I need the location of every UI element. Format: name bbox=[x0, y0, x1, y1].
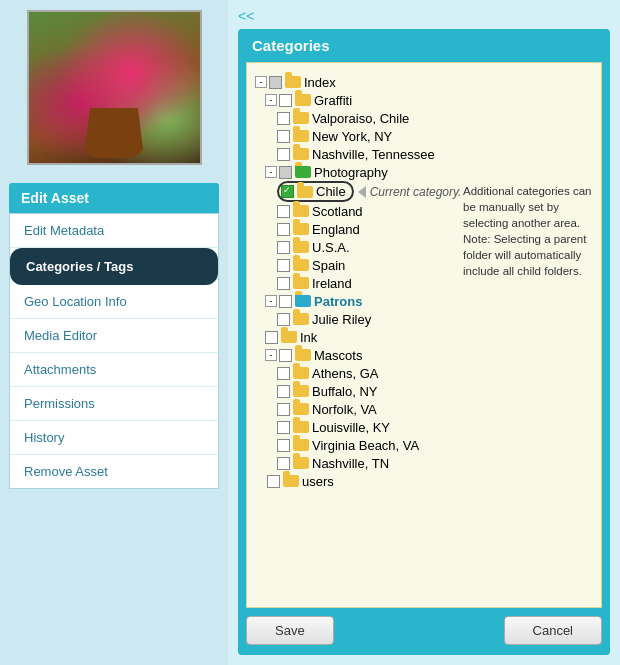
expand-icon-index[interactable]: - bbox=[255, 76, 267, 88]
photo-thumbnail bbox=[27, 10, 202, 165]
tree-row-louisville[interactable]: Louisville, KY bbox=[277, 418, 593, 436]
checkbox-nashville1[interactable] bbox=[277, 148, 290, 161]
category-tree[interactable]: Additional categories can be manually se… bbox=[246, 62, 602, 608]
tree-row-mascots[interactable]: - Mascots bbox=[265, 346, 593, 364]
categories-title: Categories bbox=[238, 29, 610, 62]
checkbox-users[interactable] bbox=[267, 475, 280, 488]
node-label-julie-riley: Julie Riley bbox=[312, 312, 371, 327]
button-row: Save Cancel bbox=[238, 608, 610, 647]
sidebar-item-history[interactable]: History bbox=[10, 421, 218, 455]
tree-row-virginia-beach[interactable]: Virginia Beach, VA bbox=[277, 436, 593, 454]
folder-icon-ireland bbox=[293, 277, 309, 289]
tree-row-buffalo[interactable]: Buffalo, NY bbox=[277, 382, 593, 400]
node-label-chile: Chile bbox=[316, 184, 346, 199]
tree-row-nashville1[interactable]: Nashville, Tennessee bbox=[277, 145, 593, 163]
checkbox-spain[interactable] bbox=[277, 259, 290, 272]
checkbox-buffalo[interactable] bbox=[277, 385, 290, 398]
right-panel: << Categories Additional categories can … bbox=[228, 0, 620, 665]
left-panel: Edit Asset Edit Metadata Categories / Ta… bbox=[0, 0, 228, 665]
checkbox-usa[interactable] bbox=[277, 241, 290, 254]
node-label-nashville1: Nashville, Tennessee bbox=[312, 147, 435, 162]
tree-row-newyork[interactable]: New York, NY bbox=[277, 127, 593, 145]
folder-icon-index bbox=[285, 76, 301, 88]
sidebar-item-media-editor[interactable]: Media Editor bbox=[10, 319, 218, 353]
node-label-valparaiso: Valporaiso, Chile bbox=[312, 111, 409, 126]
checkbox-patrons[interactable] bbox=[279, 295, 292, 308]
sidebar-item-geo-location[interactable]: Geo Location Info bbox=[10, 285, 218, 319]
sidebar-item-attachments[interactable]: Attachments bbox=[10, 353, 218, 387]
node-label-louisville: Louisville, KY bbox=[312, 420, 390, 435]
folder-icon-ink bbox=[281, 331, 297, 343]
save-button[interactable]: Save bbox=[246, 616, 334, 645]
folder-icon-newyork bbox=[293, 130, 309, 142]
tree-row-graffiti[interactable]: - Graffiti bbox=[265, 91, 593, 109]
tree-row-norfolk[interactable]: Norfolk, VA bbox=[277, 400, 593, 418]
checkbox-louisville[interactable] bbox=[277, 421, 290, 434]
folder-icon-england bbox=[293, 223, 309, 235]
node-label-photography: Photography bbox=[314, 165, 388, 180]
sidebar-item-permissions[interactable]: Permissions bbox=[10, 387, 218, 421]
folder-icon-scotland bbox=[293, 205, 309, 217]
folder-icon-julie-riley bbox=[293, 313, 309, 325]
tree-row-patrons[interactable]: - Patrons bbox=[265, 292, 593, 310]
cancel-button[interactable]: Cancel bbox=[504, 616, 602, 645]
tree-row-valparaiso[interactable]: Valporaiso, Chile bbox=[277, 109, 593, 127]
menu-list: Edit Metadata Categories / Tags Geo Loca… bbox=[9, 213, 219, 489]
checkbox-norfolk[interactable] bbox=[277, 403, 290, 416]
categories-panel: Categories Additional categories can be … bbox=[238, 29, 610, 655]
checkbox-virginia-beach[interactable] bbox=[277, 439, 290, 452]
folder-icon-spain bbox=[293, 259, 309, 271]
sidebar-item-edit-metadata[interactable]: Edit Metadata bbox=[10, 214, 218, 248]
node-label-virginia-beach: Virginia Beach, VA bbox=[312, 438, 419, 453]
tree-row-julie-riley[interactable]: Julie Riley bbox=[277, 310, 593, 328]
checkbox-newyork[interactable] bbox=[277, 130, 290, 143]
node-label-graffiti: Graffiti bbox=[314, 93, 352, 108]
back-arrow[interactable]: << bbox=[238, 8, 610, 24]
tree-row-chile[interactable]: Chile Current category. bbox=[277, 181, 593, 202]
folder-icon-photography bbox=[295, 166, 311, 178]
node-label-spain: Spain bbox=[312, 258, 345, 273]
checkbox-julie-riley[interactable] bbox=[277, 313, 290, 326]
tree-row-users[interactable]: users bbox=[255, 472, 593, 490]
node-label-nashville2: Nashville, TN bbox=[312, 456, 389, 471]
folder-icon-buffalo bbox=[293, 385, 309, 397]
checkbox-index[interactable] bbox=[269, 76, 282, 89]
tree-row-nashville2[interactable]: Nashville, TN bbox=[277, 454, 593, 472]
node-label-mascots: Mascots bbox=[314, 348, 362, 363]
checkbox-england[interactable] bbox=[277, 223, 290, 236]
sidebar-item-categories-tags[interactable]: Categories / Tags bbox=[10, 248, 218, 285]
checkbox-ireland[interactable] bbox=[277, 277, 290, 290]
folder-icon-usa bbox=[293, 241, 309, 253]
tree-row-index[interactable]: - Index bbox=[255, 73, 593, 91]
folder-icon-louisville bbox=[293, 421, 309, 433]
tree-row-photography[interactable]: - Photography bbox=[265, 163, 593, 181]
checkbox-athens[interactable] bbox=[277, 367, 290, 380]
current-category-label: Current category. bbox=[358, 185, 462, 199]
folder-icon-norfolk bbox=[293, 403, 309, 415]
folder-icon-nashville2 bbox=[293, 457, 309, 469]
expand-icon-mascots[interactable]: - bbox=[265, 349, 277, 361]
checkbox-valparaiso[interactable] bbox=[277, 112, 290, 125]
expand-icon-graffiti[interactable]: - bbox=[265, 94, 277, 106]
checkbox-scotland[interactable] bbox=[277, 205, 290, 218]
checkbox-photography[interactable] bbox=[279, 166, 292, 179]
folder-icon-patrons bbox=[295, 295, 311, 307]
tree-row-ink[interactable]: Ink bbox=[265, 328, 593, 346]
expand-icon-patrons[interactable]: - bbox=[265, 295, 277, 307]
folder-icon-nashville1 bbox=[293, 148, 309, 160]
folder-icon-users bbox=[283, 475, 299, 487]
tree-row-athens[interactable]: Athens, GA bbox=[277, 364, 593, 382]
checkbox-chile[interactable] bbox=[281, 185, 294, 198]
checkbox-ink[interactable] bbox=[265, 331, 278, 344]
checkbox-mascots[interactable] bbox=[279, 349, 292, 362]
node-label-ink: Ink bbox=[300, 330, 317, 345]
node-label-index: Index bbox=[304, 75, 336, 90]
checkbox-graffiti[interactable] bbox=[279, 94, 292, 107]
sidebar-item-remove-asset[interactable]: Remove Asset bbox=[10, 455, 218, 488]
folder-icon-chile bbox=[297, 186, 313, 198]
node-label-usa: U.S.A. bbox=[312, 240, 350, 255]
node-label-athens: Athens, GA bbox=[312, 366, 378, 381]
folder-icon-virginia-beach bbox=[293, 439, 309, 451]
checkbox-nashville2[interactable] bbox=[277, 457, 290, 470]
expand-icon-photography[interactable]: - bbox=[265, 166, 277, 178]
